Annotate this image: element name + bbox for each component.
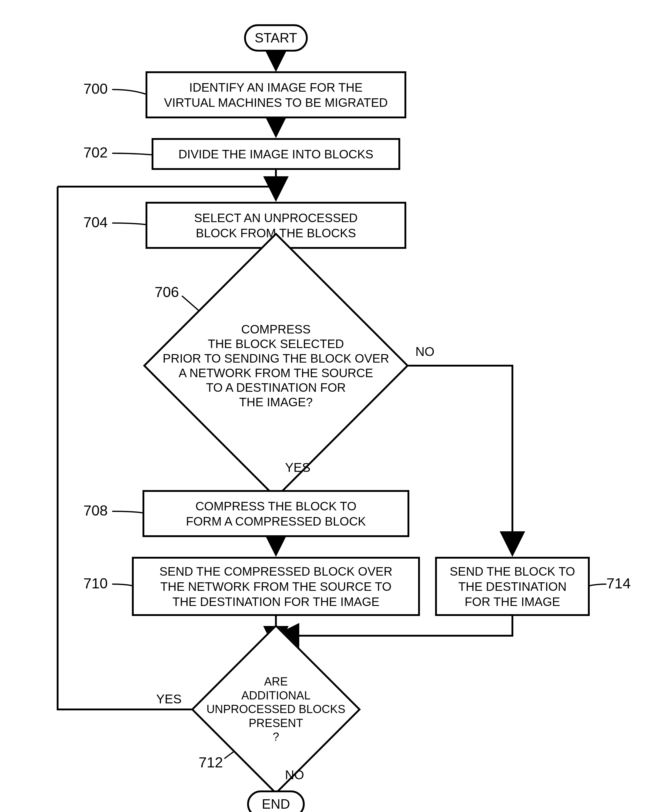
end-terminator: END xyxy=(247,791,305,812)
flowchart-canvas: START IDENTIFY AN IMAGE FOR THE VIRTUAL … xyxy=(12,12,654,812)
step-710: SEND THE COMPRESSED BLOCK OVER THE NETWO… xyxy=(132,557,420,616)
d706-no-label: NO xyxy=(416,345,434,359)
start-label: START xyxy=(255,30,297,46)
d712-no-label: NO xyxy=(285,768,304,782)
decision-712: ARE ADDITIONAL UNPROCESSED BLOCKS PRESEN… xyxy=(216,650,336,769)
step-714-text: SEND THE BLOCK TO THE DESTINATION FOR TH… xyxy=(450,564,575,609)
step-710-text: SEND THE COMPRESSED BLOCK OVER THE NETWO… xyxy=(159,564,392,609)
step-700: IDENTIFY AN IMAGE FOR THE VIRTUAL MACHIN… xyxy=(145,71,406,118)
ref-708: 708 xyxy=(83,502,108,519)
ref-706: 706 xyxy=(154,284,179,300)
decision-706-text: COMPRESS THE BLOCK SELECTED PRIOR TO SEN… xyxy=(144,322,408,409)
step-708: COMPRESS THE BLOCK TO FORM A COMPRESSED … xyxy=(142,490,410,537)
step-700-text: IDENTIFY AN IMAGE FOR THE VIRTUAL MACHIN… xyxy=(164,80,388,110)
ref-700: 700 xyxy=(83,80,108,97)
step-714: SEND THE BLOCK TO THE DESTINATION FOR TH… xyxy=(435,557,590,616)
d712-yes-label: YES xyxy=(156,692,182,706)
decision-706: COMPRESS THE BLOCK SELECTED PRIOR TO SEN… xyxy=(182,271,370,460)
step-702-text: DIVIDE THE IMAGE INTO BLOCKS xyxy=(178,147,373,162)
d706-yes-label: YES xyxy=(285,460,310,475)
ref-704: 704 xyxy=(83,214,108,231)
decision-712-text: ARE ADDITIONAL UNPROCESSED BLOCKS PRESEN… xyxy=(192,675,360,744)
ref-712: 712 xyxy=(199,754,223,771)
ref-702: 702 xyxy=(83,144,108,161)
start-terminator: START xyxy=(244,24,308,52)
ref-714: 714 xyxy=(607,575,631,592)
end-label: END xyxy=(262,797,290,812)
ref-710: 710 xyxy=(83,575,108,592)
step-708-text: COMPRESS THE BLOCK TO FORM A COMPRESSED … xyxy=(186,499,366,529)
step-702: DIVIDE THE IMAGE INTO BLOCKS xyxy=(151,138,400,170)
